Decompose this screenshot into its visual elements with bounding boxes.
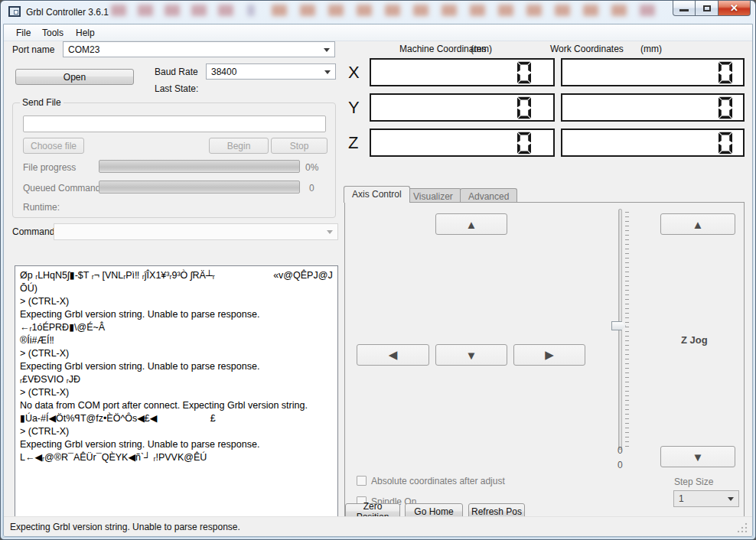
slider-tick-marks	[625, 212, 629, 447]
machine-z-display	[370, 128, 555, 157]
stop-button[interactable]: Stop	[271, 138, 327, 154]
chevron-down-icon	[324, 48, 330, 52]
baud-value: 38400	[211, 67, 236, 77]
arrow-down-icon: ▼	[692, 451, 704, 464]
redacted-blur	[442, 5, 457, 16]
arrow-up-icon: ▲	[692, 218, 704, 231]
redacted-blur	[498, 5, 513, 16]
work-coords-units: (mm)	[640, 44, 662, 54]
send-file-group-title: Send File	[20, 97, 64, 108]
chevron-down-icon	[327, 230, 333, 234]
jog-z-plus-button[interactable]: ▲	[660, 213, 735, 235]
command-combo[interactable]	[54, 223, 338, 240]
redacted-blur	[218, 5, 233, 16]
redacted-blur	[413, 5, 429, 16]
redacted-blur	[470, 5, 485, 16]
redacted-blur	[555, 5, 570, 16]
titlebar[interactable]: Grbl Controller 3.6.1	[1, 1, 755, 24]
axis-x-label: X	[348, 63, 360, 83]
port-value: COM23	[68, 44, 99, 55]
menu-tools[interactable]: Tools	[36, 24, 70, 41]
absolute-coords-label: Absolute coordinates after adjust	[371, 476, 505, 486]
baud-rate-label: Baud Rate	[155, 67, 198, 77]
tab-advanced[interactable]: Advanced	[460, 188, 517, 203]
z-jog-label: Z Jog	[681, 334, 708, 346]
axis-z-label: Z	[348, 133, 358, 153]
redacted-blur	[165, 5, 180, 16]
minimize-button[interactable]	[673, 1, 696, 16]
jog-z-minus-button[interactable]: ▼	[660, 446, 735, 467]
close-icon: ✕	[730, 3, 738, 13]
work-z-display	[561, 128, 745, 157]
resize-grip[interactable]	[738, 522, 748, 532]
redacted-blur	[111, 5, 126, 16]
z-speed-slider-handle[interactable]	[611, 321, 626, 330]
absolute-coords-checkbox[interactable]	[357, 476, 367, 486]
jog-y-minus-button[interactable]: ▼	[435, 344, 507, 366]
queued-commands-value: 0	[309, 183, 314, 194]
chevron-down-icon	[324, 70, 331, 74]
work-x-display	[561, 58, 745, 86]
queued-commands-label: Queued Commands	[23, 183, 105, 194]
app-icon	[8, 6, 21, 17]
slider-value-top: 0	[618, 445, 623, 456]
close-button[interactable]: ✕	[718, 1, 751, 16]
redacted-blur	[640, 5, 655, 16]
arrow-right-icon: ▶	[545, 348, 554, 362]
menu-bar: File Tools Help	[4, 24, 752, 41]
app-window: Grbl Controller 3.6.1 ✕ File Tools Help …	[0, 0, 756, 540]
machine-coords-units: (mm)	[471, 44, 492, 54]
filename-input[interactable]	[23, 115, 326, 132]
menu-help[interactable]: Help	[70, 24, 101, 41]
baud-combo[interactable]: 38400	[206, 63, 336, 80]
redacted-blur	[583, 5, 598, 16]
jog-y-plus-button[interactable]: ▲	[435, 213, 507, 235]
arrow-left-icon: ◀	[389, 348, 398, 362]
machine-y-display	[370, 93, 555, 122]
status-message: Expecting Grbl version string. Unable to…	[10, 522, 240, 532]
arrow-up-icon: ▲	[466, 218, 477, 231]
command-label: Command	[12, 226, 54, 237]
redacted-blur	[385, 5, 400, 16]
open-button[interactable]: Open	[15, 69, 134, 85]
tab-axis-control[interactable]: Axis Control	[344, 186, 410, 203]
tab-visualizer[interactable]: Visualizer	[405, 188, 461, 203]
maximize-button[interactable]	[696, 1, 718, 16]
maximize-icon	[703, 5, 711, 11]
begin-button[interactable]: Begin	[209, 138, 269, 154]
axis-y-label: Y	[348, 98, 360, 118]
choose-file-button[interactable]: Choose file	[23, 138, 84, 154]
client-area: File Tools Help Port name COM23 Open Bau…	[3, 24, 753, 537]
step-size-label: Step Size	[674, 477, 713, 487]
minimize-icon	[679, 9, 689, 11]
file-progress-label: File progress	[23, 162, 76, 173]
redacted-blur	[272, 5, 287, 16]
window-title: Grbl Controller 3.6.1	[26, 7, 109, 18]
redacted-blur	[611, 5, 627, 16]
chevron-down-icon	[728, 497, 734, 501]
redacted-blur	[138, 5, 153, 16]
step-size-combo[interactable]: 1	[673, 490, 739, 507]
jog-x-plus-button[interactable]: ▶	[513, 344, 585, 366]
file-progress-bar	[99, 160, 300, 173]
file-progress-value: 0%	[305, 162, 318, 173]
redacted-blur	[526, 5, 542, 16]
runtime-label: Runtime:	[23, 202, 60, 213]
port-name-label: Port name	[12, 44, 54, 55]
slider-value-bottom: 0	[618, 460, 623, 470]
log-output[interactable]: Øp ᵣLHqN5ʃ▮-$T ᵣ¬ [VNLᵣPì‼ ᵣĵÎX1¥³ᵣ9³Ò ʃ…	[15, 265, 338, 522]
axis-control-panel: ▲ ▲ ◀ ▼ ▶ ▼ Z Jog 0 0 Absolute coordinat…	[344, 202, 745, 523]
redacted-blur	[357, 5, 372, 16]
status-bar: Expecting Grbl version string. Unable to…	[4, 516, 752, 536]
step-size-value: 1	[679, 493, 684, 504]
redacted-blur	[300, 5, 315, 16]
queued-commands-bar	[99, 181, 300, 194]
work-y-display	[561, 93, 745, 122]
port-combo[interactable]: COM23	[63, 41, 335, 57]
machine-x-display	[370, 58, 555, 86]
menu-file[interactable]: File	[10, 24, 37, 41]
jog-x-minus-button[interactable]: ◀	[357, 344, 429, 366]
log-text: Øp ᵣLHqN5ʃ▮-$T ᵣ¬ [VNLᵣPì‼ ᵣĵÎX1¥³ᵣ9³Ò ʃ…	[15, 266, 337, 467]
work-coords-header: Work Coordinates	[550, 44, 624, 54]
redacted-blur	[328, 5, 344, 16]
